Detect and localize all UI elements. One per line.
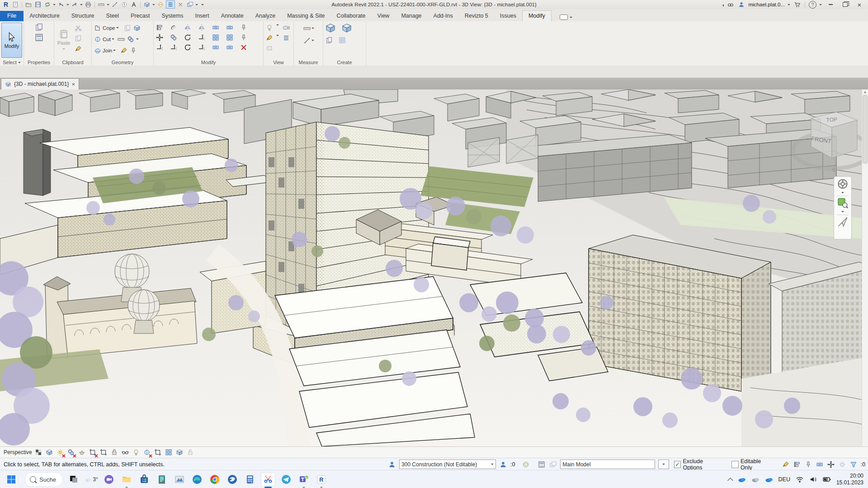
app-store-icon[interactable]	[793, 1, 801, 8]
wheel-caret-icon[interactable]	[841, 192, 844, 195]
panel-label-clipboard[interactable]: Clipboard	[54, 60, 91, 65]
properties-icon[interactable]	[35, 23, 43, 31]
rendering-dialog-icon[interactable]	[78, 448, 86, 457]
3d-view-caret-icon[interactable]	[152, 4, 155, 7]
switch-windows-caret-icon[interactable]	[195, 4, 198, 7]
panel-label-view[interactable]: View	[264, 60, 293, 65]
temporary-view-properties-icon[interactable]	[154, 448, 162, 457]
ribbon-tab-file[interactable]: File	[0, 11, 24, 21]
reveal-constraints-icon[interactable]	[165, 448, 173, 457]
battery-icon[interactable]	[823, 475, 831, 483]
ribbon-tab-view[interactable]: View	[372, 11, 396, 21]
beam-icon[interactable]	[117, 35, 126, 43]
move-icon[interactable]	[155, 33, 164, 42]
sync-icon[interactable]	[43, 1, 52, 8]
redo-caret-icon[interactable]	[80, 4, 83, 7]
measure-along-icon[interactable]	[303, 36, 311, 45]
corner-icon[interactable]	[197, 43, 206, 52]
infocenter-collapse-icon[interactable]	[721, 4, 724, 7]
modify-tool-button[interactable]: Modify	[1, 23, 22, 58]
account-icon[interactable]	[737, 1, 745, 8]
type-properties-icon[interactable]	[35, 33, 43, 42]
file-explorer[interactable]	[120, 473, 133, 486]
linework-icon[interactable]	[265, 33, 274, 42]
temporary-hide-isolate-icon[interactable]	[121, 448, 130, 457]
unlocked-view-icon[interactable]	[110, 448, 119, 457]
rotate-alt-icon[interactable]	[183, 43, 192, 52]
thunderbird[interactable]	[226, 473, 239, 486]
select-pinned-icon[interactable]	[804, 460, 812, 469]
array-icon[interactable]	[211, 33, 220, 42]
save-icon[interactable]	[34, 1, 42, 8]
panel-label-modify[interactable]: Modify	[154, 60, 263, 65]
render-in-cloud-icon[interactable]	[282, 23, 290, 32]
section-icon[interactable]	[156, 1, 165, 8]
active-workset-select[interactable]: 300 Construction (Not Editable)	[399, 460, 496, 469]
drag-on-selection-icon[interactable]	[827, 460, 835, 469]
teams[interactable]	[297, 473, 311, 486]
sync-caret-icon[interactable]	[53, 4, 56, 7]
tag-icon[interactable]	[120, 1, 128, 8]
help-icon[interactable]: ?	[809, 1, 816, 9]
viewcube-south-label[interactable]: S	[832, 167, 835, 173]
ribbon-tab-architecture[interactable]: Architecture	[24, 11, 66, 21]
pan-icon[interactable]	[837, 216, 849, 228]
minimize-button[interactable]	[825, 0, 836, 9]
ribbon-tab-insert[interactable]: Insert	[189, 11, 215, 21]
select-links-icon[interactable]	[782, 460, 790, 469]
exclude-options-checkbox[interactable]: ✓ Exclude Options	[674, 458, 724, 471]
match-type-icon[interactable]	[74, 44, 82, 53]
trim-extend-corner-icon[interactable]	[197, 33, 206, 42]
unjoin-icon[interactable]	[127, 35, 135, 43]
rotate-icon[interactable]	[183, 33, 192, 42]
reveal-hidden-icon[interactable]	[265, 23, 274, 32]
view-tab-3d[interactable]: {3D - michael.plat.001} ×	[1, 78, 79, 89]
zoom-caret-icon[interactable]	[841, 211, 844, 214]
viewport-canvas[interactable]	[0, 89, 868, 446]
create-group-icon[interactable]	[325, 22, 336, 34]
measure-icon[interactable]	[97, 1, 105, 8]
scrollbar-thumb[interactable]	[863, 95, 868, 164]
ribbon-tab-analyze[interactable]: Analyze	[250, 11, 281, 21]
revit-logo[interactable]: R	[2, 1, 10, 8]
view-cube[interactable]: TOP FRONT S	[792, 108, 868, 175]
split-element-icon[interactable]	[211, 23, 220, 32]
revit-app[interactable]: R	[315, 473, 328, 486]
crop-region-visibility-icon[interactable]	[99, 448, 108, 457]
search-input[interactable]: Suche	[25, 472, 63, 487]
start-button[interactable]	[5, 473, 18, 486]
chat-app[interactable]	[102, 473, 116, 486]
ribbon-tab-manage[interactable]: Manage	[395, 11, 427, 21]
onedrive-icon[interactable]	[738, 475, 746, 483]
copy-icon[interactable]	[169, 33, 178, 42]
weather-widget[interactable]: 3°	[85, 473, 98, 486]
unpin-icon[interactable]	[239, 23, 248, 32]
view-type-label[interactable]: Perspective	[4, 449, 32, 455]
select-by-face-icon[interactable]	[816, 460, 824, 469]
design-option-caret[interactable]	[658, 460, 669, 469]
trim-extend-single-icon[interactable]	[155, 43, 164, 52]
split-with-gap-icon[interactable]	[225, 23, 234, 32]
help-caret-icon[interactable]	[819, 4, 822, 7]
cutaway-icon[interactable]	[282, 33, 290, 42]
design-options-icon[interactable]	[538, 460, 546, 469]
view-tab-close-icon[interactable]: ×	[71, 81, 75, 87]
thin-lines-icon[interactable]	[166, 0, 175, 9]
panel-label-create[interactable]: Create	[323, 60, 366, 65]
editing-requests-icon[interactable]	[499, 460, 507, 469]
wall-joins-icon[interactable]	[119, 46, 128, 55]
editable-only-checkbox[interactable]: Editable Only	[731, 458, 774, 471]
chrome-browser[interactable]	[208, 473, 222, 486]
dimension-icon[interactable]	[111, 1, 119, 8]
panel-label-properties[interactable]: Properties	[24, 60, 54, 65]
active-design-option-select[interactable]: Main Model	[560, 460, 655, 469]
restore-button[interactable]	[839, 0, 851, 9]
cut-label[interactable]: Cut	[103, 37, 111, 42]
worksharing-display-off-icon[interactable]	[143, 448, 151, 457]
user-caret-icon[interactable]	[788, 4, 790, 7]
volume-icon[interactable]	[809, 475, 817, 483]
align-left-icon[interactable]	[211, 43, 220, 52]
viewcube-top-label[interactable]: TOP	[826, 116, 837, 123]
panel-label-select[interactable]: Select	[0, 60, 24, 65]
task-view-button[interactable]	[67, 473, 80, 486]
